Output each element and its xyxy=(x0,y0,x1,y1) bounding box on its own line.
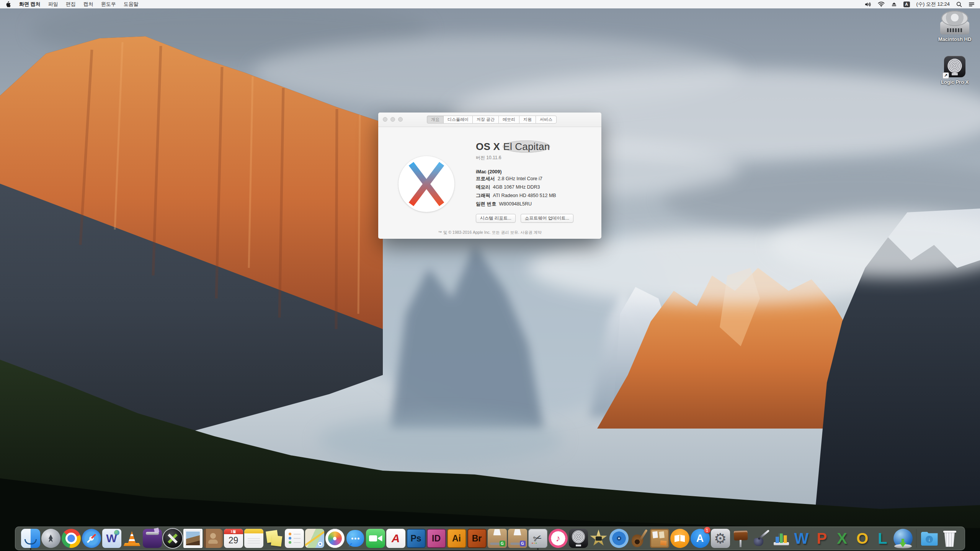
dock-icon-garageband[interactable] xyxy=(630,528,649,549)
tab-support[interactable]: 지원 xyxy=(519,116,536,124)
dock-icon-launchpad[interactable] xyxy=(41,528,60,549)
dock-icon-messages[interactable] xyxy=(346,528,365,549)
word-icon: W xyxy=(792,529,811,548)
dock-icon-toast[interactable] xyxy=(143,528,162,549)
dock-icon-photoshop[interactable]: Ps xyxy=(407,528,426,549)
itunes-icon xyxy=(549,529,568,548)
dock-icon-excel[interactable]: X xyxy=(833,528,852,549)
dock-icon-pages[interactable] xyxy=(751,528,771,549)
garageband-icon xyxy=(630,529,649,548)
dock-icon-contacts[interactable] xyxy=(204,528,223,549)
apple-menu[interactable] xyxy=(5,1,11,7)
x-converter-icon xyxy=(163,529,182,548)
menu-file[interactable]: 파일 xyxy=(44,0,62,8)
trash-icon xyxy=(940,529,959,548)
desktop-icon-logic-pro-x[interactable]: ↗ Logic Pro X xyxy=(936,56,974,85)
menu-clock[interactable]: (수) 오전 12:24 xyxy=(916,1,950,8)
dock-icon-ibooks[interactable] xyxy=(670,528,689,549)
volume-icon[interactable] xyxy=(864,2,871,7)
dock-icon-calendar[interactable]: 1월29 xyxy=(224,528,243,549)
tab-storage[interactable]: 저장 공간 xyxy=(472,116,499,124)
dock-icon-facetime[interactable] xyxy=(366,528,385,549)
illustrator-icon: Ai xyxy=(447,529,466,548)
tab-overview[interactable]: 개요 xyxy=(427,116,444,124)
downloader-icon xyxy=(893,529,913,548)
dock-icon-reminders[interactable] xyxy=(285,528,304,549)
system-preferences-icon xyxy=(711,529,730,548)
dock-icon-stickies[interactable] xyxy=(265,528,284,549)
dock-icon-acrobat[interactable]: A xyxy=(386,528,405,549)
menu-app-name[interactable]: 화면 캡처 xyxy=(15,0,44,8)
powerpoint-icon: P xyxy=(812,529,831,548)
notification-center-icon[interactable] xyxy=(969,2,975,7)
dock-icon-mail[interactable] xyxy=(183,528,203,549)
desktop-icon-label: Logic Pro X xyxy=(936,79,974,85)
eject-icon[interactable] xyxy=(891,2,897,7)
dock-icon-imovie[interactable] xyxy=(589,528,608,549)
close-button[interactable] xyxy=(383,117,387,122)
numbers-icon xyxy=(772,529,791,548)
dock-icon-w-globe-app[interactable]: W xyxy=(102,528,121,549)
dock-icon-downloads-folder[interactable] xyxy=(920,528,939,549)
dock-icon-lync[interactable]: L xyxy=(873,528,892,549)
menu-edit[interactable]: 편집 xyxy=(62,0,80,8)
dock-icon-outlook[interactable]: O xyxy=(853,528,872,549)
about-this-mac-window: 개요 디스플레이 저장 공간 메모리 지원 서비스 xyxy=(378,112,601,239)
outlook-icon: O xyxy=(853,529,872,548)
zoom-button[interactable] xyxy=(398,117,403,122)
safari-icon xyxy=(82,529,101,548)
dock-icon-powerpoint[interactable]: P xyxy=(812,528,831,549)
dock-icon-logic-pro[interactable] xyxy=(569,528,588,549)
launchpad-icon xyxy=(41,529,60,548)
dock-icon-system-preferences[interactable] xyxy=(711,528,730,549)
dock-icon-finder[interactable] xyxy=(21,528,40,549)
dock-icon-indesign[interactable]: ID xyxy=(427,528,446,549)
tab-displays[interactable]: 디스플레이 xyxy=(443,116,473,124)
dock-icon-stuffit-purple[interactable]: G xyxy=(508,528,527,549)
el-capitan-logo xyxy=(399,156,454,212)
dock-icon-chrome[interactable] xyxy=(62,528,81,549)
dock-icon-safari[interactable] xyxy=(82,528,101,549)
toast-icon xyxy=(143,529,162,548)
dock-icon-bridge[interactable]: Br xyxy=(467,528,487,549)
dock-icon-keynote[interactable] xyxy=(731,528,750,549)
dock-icon-word[interactable]: W xyxy=(792,528,811,549)
dock-icon-x-converter[interactable] xyxy=(163,528,182,549)
dock-icon-itunes[interactable] xyxy=(549,528,568,549)
excel-icon: X xyxy=(833,529,852,548)
menu-help[interactable]: 도움말 xyxy=(120,0,142,8)
system-report-button[interactable]: 시스템 리포트... xyxy=(476,214,516,223)
software-update-button[interactable]: 소프트웨어 업데이트... xyxy=(521,214,573,223)
dock-icon-downloader[interactable] xyxy=(893,528,913,549)
tab-service[interactable]: 서비스 xyxy=(536,116,557,124)
dock-icon-dvd-player[interactable] xyxy=(609,528,629,549)
dock-icon-vlc[interactable] xyxy=(122,528,142,549)
app-store-badge: 1 xyxy=(704,527,710,533)
menu-window[interactable]: 윈도우 xyxy=(97,0,120,8)
running-indicator xyxy=(30,548,31,550)
w-globe-app-icon: W xyxy=(102,529,121,548)
os-version: 버전 10.11.6 xyxy=(476,155,573,161)
dock-icon-screen-capture[interactable] xyxy=(528,528,547,549)
dock-icon-corkboard[interactable] xyxy=(650,528,669,549)
dock-icon-illustrator[interactable]: Ai xyxy=(447,528,466,549)
dock-icon-photos[interactable] xyxy=(325,528,345,549)
minimize-button[interactable] xyxy=(390,117,395,122)
dock-icon-maps[interactable] xyxy=(305,528,324,549)
dock-icon-app-store[interactable]: A1 xyxy=(691,528,710,549)
reminders-icon xyxy=(285,529,304,548)
dock-icon-trash[interactable] xyxy=(940,528,959,549)
wifi-icon[interactable] xyxy=(878,2,885,7)
dock-icon-numbers[interactable] xyxy=(772,528,791,549)
mail-icon xyxy=(183,529,203,548)
tab-memory[interactable]: 메모리 xyxy=(498,116,519,124)
dock-icon-stuffit-green[interactable]: G xyxy=(488,528,507,549)
spotlight-icon[interactable] xyxy=(956,2,962,7)
acrobat-icon: A xyxy=(386,529,405,548)
menu-capture[interactable]: 캡처 xyxy=(80,0,97,8)
desktop-icon-macintosh-hd[interactable]: Macintosh HD xyxy=(936,11,974,42)
input-source-badge[interactable]: A xyxy=(903,2,910,7)
calendar-day-label: 29 xyxy=(229,534,238,547)
dock-icon-notes[interactable] xyxy=(244,528,263,549)
alias-arrow-icon: ↗ xyxy=(942,72,949,79)
